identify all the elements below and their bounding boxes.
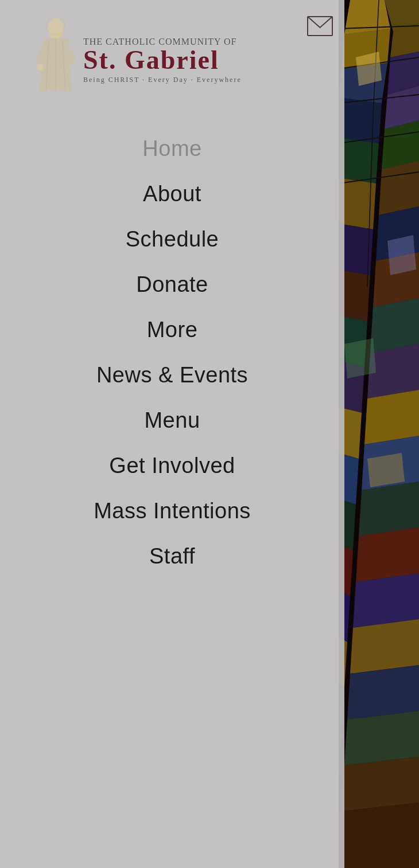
nav-item-more[interactable]: More (0, 307, 344, 353)
svg-marker-30 (353, 573, 419, 628)
email-icon-button[interactable] (304, 10, 336, 42)
nav-item-about[interactable]: About (0, 171, 344, 217)
svg-marker-49 (367, 453, 405, 487)
svg-marker-28 (356, 527, 419, 582)
nav-item-schedule[interactable]: Schedule (0, 217, 344, 262)
svg-point-53 (37, 64, 44, 71)
svg-marker-26 (359, 482, 419, 536)
nav-item-donate[interactable]: Donate (0, 262, 344, 307)
nav-label-mass-intentions: Mass Intentions (94, 499, 251, 523)
svg-marker-36 (344, 711, 419, 765)
nav-label-get-involved: Get Involved (109, 453, 235, 478)
nav-item-news-events[interactable]: News & Events (0, 353, 344, 398)
logo-area: The Catholic Community of St. Gabriel Be… (0, 0, 344, 115)
svg-marker-12 (379, 161, 419, 215)
svg-marker-37 (342, 757, 419, 811)
nav-label-staff: Staff (149, 544, 195, 568)
svg-marker-1 (344, 0, 390, 34)
svg-marker-46 (356, 52, 382, 86)
nav-label-schedule: Schedule (126, 227, 219, 251)
logo-text-block: The Catholic Community of St. Gabriel Be… (83, 37, 242, 84)
nav-label-donate: Donate (136, 272, 208, 296)
svg-marker-38 (339, 803, 419, 868)
nav-label-news-events: News & Events (96, 363, 248, 387)
nav-item-menu[interactable]: Menu (0, 398, 344, 443)
logo-tagline: Being CHRIST · Every Day · Everywhere (83, 76, 242, 84)
nav-label-about: About (143, 182, 201, 206)
svg-marker-18 (370, 298, 419, 353)
svg-marker-7 (339, 97, 382, 143)
svg-marker-34 (347, 665, 419, 720)
logo-name: St. Gabriel (83, 47, 242, 73)
email-icon (307, 16, 333, 36)
navigation-menu: Home About Schedule Donate More News & E… (0, 126, 344, 579)
svg-marker-9 (339, 138, 379, 183)
svg-marker-48 (344, 338, 376, 378)
svg-marker-47 (387, 235, 416, 275)
svg-point-51 (48, 18, 64, 39)
nav-item-mass-intentions[interactable]: Mass Intentions (0, 488, 344, 534)
svg-marker-22 (364, 390, 419, 444)
stained-glass-panel (339, 0, 419, 868)
nav-label-menu: Menu (144, 408, 200, 432)
nav-label-home: Home (142, 136, 201, 161)
nav-item-staff[interactable]: Staff (0, 534, 344, 579)
nav-item-home[interactable]: Home (0, 126, 344, 171)
logo-figure (34, 17, 77, 103)
menu-overlay: The Catholic Community of St. Gabriel Be… (0, 0, 344, 868)
nav-label-more: More (147, 318, 198, 342)
svg-marker-32 (350, 619, 419, 674)
nav-item-get-involved[interactable]: Get Involved (0, 443, 344, 488)
